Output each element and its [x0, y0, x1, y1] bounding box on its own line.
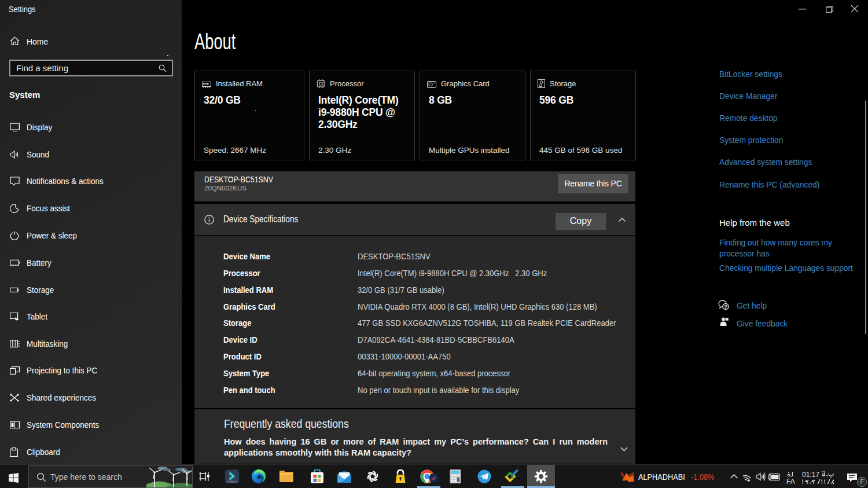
- svg-text:?: ?: [724, 304, 727, 310]
